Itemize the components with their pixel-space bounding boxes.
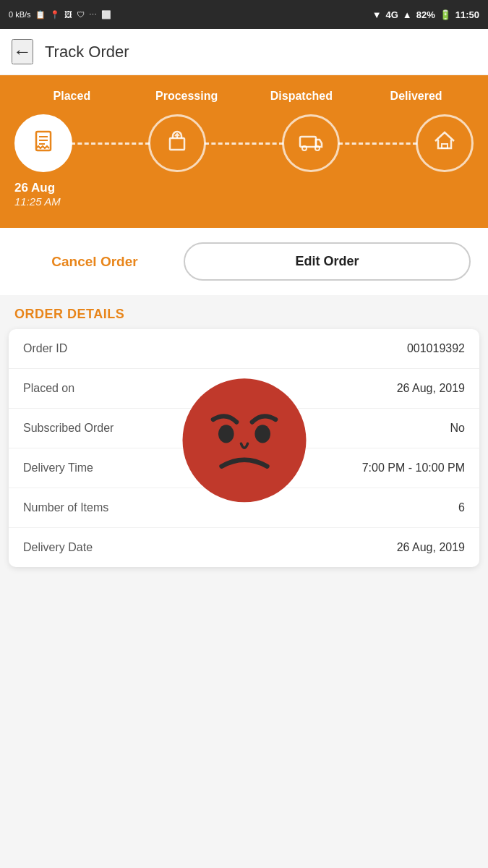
battery-icon: 🔋 bbox=[440, 9, 451, 20]
notification-icon: 📋 bbox=[35, 10, 46, 20]
square-icon: ⬜ bbox=[101, 10, 111, 20]
back-button[interactable]: ← bbox=[12, 39, 33, 64]
order-card: Order ID 001019392 Placed on 26 Aug, 201… bbox=[9, 329, 479, 567]
track-steps: Placed Processing Dispatched Delivered bbox=[14, 90, 474, 103]
header: ← Track Order bbox=[0, 29, 488, 75]
edit-order-button[interactable]: Edit Order bbox=[184, 242, 471, 281]
delivery-time-label: Delivery Time bbox=[23, 461, 93, 475]
signal-bars: ▲ bbox=[403, 9, 412, 20]
track-circles-row bbox=[14, 114, 474, 172]
subscribed-order-label: Subscribed Order bbox=[23, 422, 114, 435]
time-label: 11:50 bbox=[455, 9, 479, 20]
track-banner: Placed Processing Dispatched Delivered bbox=[0, 75, 488, 228]
truck-icon bbox=[297, 127, 325, 160]
order-date: 26 Aug bbox=[14, 181, 474, 195]
dash-3 bbox=[338, 142, 417, 145]
gallery-icon: 🖼 bbox=[64, 10, 72, 19]
order-details-section: ORDER DETAILS Order ID 001019392 bbox=[0, 295, 488, 567]
placed-on-row: Placed on 26 Aug, 2019 bbox=[9, 369, 479, 409]
status-bar-right: ▼ 4G ▲ 82% 🔋 11:50 bbox=[372, 9, 479, 20]
status-bar: 0 kB/s 📋 📍 🖼 🛡 ⋯ ⬜ ▼ 4G ▲ 82% 🔋 11:50 bbox=[0, 0, 488, 29]
delivery-date-label: Delivery Date bbox=[23, 541, 93, 554]
delivery-date-value: 26 Aug, 2019 bbox=[397, 541, 465, 554]
svg-rect-7 bbox=[170, 138, 184, 150]
svg-rect-11 bbox=[442, 144, 448, 148]
svg-rect-8 bbox=[300, 137, 316, 147]
delivery-time-row: Delivery Time 7:00 PM - 10:00 PM bbox=[9, 448, 479, 488]
wifi-icon: ▼ bbox=[372, 9, 382, 20]
delivery-date-row: Delivery Date 26 Aug, 2019 bbox=[9, 528, 479, 567]
status-bar-left: 0 kB/s 📋 📍 🖼 🛡 ⋯ ⬜ bbox=[9, 10, 111, 20]
cancel-order-button[interactable]: Cancel Order bbox=[17, 254, 172, 270]
home-icon bbox=[432, 128, 458, 159]
battery-label: 82% bbox=[416, 9, 435, 20]
section-title: ORDER DETAILS bbox=[0, 295, 488, 329]
subscribed-order-row: Subscribed Order No bbox=[9, 409, 479, 448]
page-title: Track Order bbox=[45, 43, 129, 61]
dash-1 bbox=[71, 142, 150, 145]
circle-delivered bbox=[416, 114, 474, 172]
circle-dispatched bbox=[282, 114, 340, 172]
number-of-items-row: Number of Items 6 bbox=[9, 488, 479, 528]
subscribed-order-value: No bbox=[450, 422, 465, 435]
placed-on-label: Placed on bbox=[23, 382, 74, 395]
step-dispatched: Dispatched bbox=[244, 90, 359, 103]
circle-processing bbox=[148, 114, 206, 172]
order-id-row: Order ID 001019392 bbox=[9, 329, 479, 369]
signal-label: 4G bbox=[386, 9, 398, 20]
dots-icon: ⋯ bbox=[89, 10, 97, 20]
step-delivered: Delivered bbox=[359, 90, 474, 103]
data-speed: 0 kB/s bbox=[9, 10, 31, 19]
svg-point-9 bbox=[302, 146, 307, 150]
dash-2 bbox=[205, 142, 283, 145]
order-id-label: Order ID bbox=[23, 342, 67, 355]
shield-icon: 🛡 bbox=[77, 10, 85, 19]
placed-on-value: 26 Aug, 2019 bbox=[397, 382, 465, 395]
action-row: Cancel Order Edit Order bbox=[0, 228, 488, 295]
circle-placed bbox=[14, 114, 72, 172]
step-placed: Placed bbox=[14, 90, 129, 103]
order-id-value: 001019392 bbox=[407, 342, 465, 355]
box-icon bbox=[164, 128, 190, 159]
svg-point-10 bbox=[315, 146, 320, 150]
maps-icon: 📍 bbox=[50, 10, 60, 20]
order-time: 11:25 AM bbox=[14, 195, 474, 208]
number-of-items-value: 6 bbox=[458, 501, 465, 514]
receipt-icon bbox=[30, 128, 56, 159]
header-right bbox=[462, 46, 476, 59]
header-left: ← Track Order bbox=[12, 39, 129, 64]
delivery-time-value: 7:00 PM - 10:00 PM bbox=[362, 461, 465, 475]
number-of-items-label: Number of Items bbox=[23, 501, 108, 514]
step-processing: Processing bbox=[129, 90, 244, 103]
